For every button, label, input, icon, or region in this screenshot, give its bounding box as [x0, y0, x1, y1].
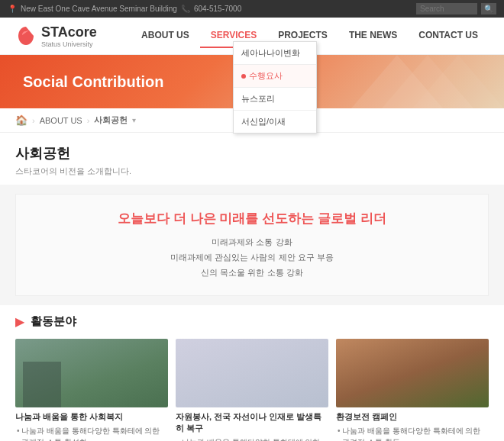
breadcrumb-current[interactable]: 사회공헌 — [94, 114, 128, 126]
highlight-title: 오늘보다 더 나은 미래를 선도하는 글로벌 리더 — [31, 210, 473, 227]
phone-icon: 📞 — [181, 5, 190, 13]
nav-contact-us[interactable]: CONTACT US — [408, 24, 489, 48]
dropdown-menu: 세아나나이변화 수행요사 뉴스포리 서신입/이새 — [233, 41, 317, 134]
card-0-bullet-0: 나눔과 배움을 통해다양한 특화테에 의한 — [17, 425, 168, 436]
nav-the-news[interactable]: THE NEWS — [338, 24, 408, 48]
logo-text-area: STAcore Status University — [41, 24, 97, 48]
page-title: 사회공헌 — [15, 144, 489, 163]
breadcrumb-sep-1: › — [32, 116, 35, 125]
highlight-line-0: 미래과제와 소통 강화 — [31, 235, 473, 250]
active-indicator — [241, 74, 246, 79]
card-2-bullets: 나눔과 배움을 통해다양한 특화테에 의한 관련적 소통 활동 — [336, 425, 489, 441]
logo-sub: Status University — [41, 40, 97, 48]
logo-icon — [15, 25, 37, 47]
highlight-line-1: 미래과제에 관심있는 사람의 제안 요구 부응 — [31, 250, 473, 266]
card-2-img-stadium — [336, 339, 489, 407]
search-input[interactable] — [416, 3, 477, 14]
card-0-bullets: 나눔과 배움을 통해다양한 특화테에 의한 관계적 소통 활성화 — [15, 425, 168, 441]
search-button[interactable]: 🔍 — [481, 3, 496, 14]
dropdown-item-0[interactable]: 세아나나이변화 — [234, 42, 316, 65]
highlight-box: 오늘보다 더 나은 미래를 선도하는 글로벌 리더 미래과제와 소통 강화 미래… — [15, 194, 489, 296]
card-0-img-building — [15, 339, 168, 407]
breadcrumb-sep-2: › — [87, 116, 90, 125]
card-0: 나눔과 배움을 통한 사회복지 나눔과 배움을 통해다양한 특화테에 의한 관계… — [15, 339, 168, 441]
card-2-label: 환경보전 캠페인 — [336, 411, 489, 423]
phone-text: 604-515-7000 — [194, 5, 241, 13]
hero-area: Social Contribution 세아나나이변화 수행요사 뉴스포리 서신… — [0, 55, 504, 108]
cards-row: 나눔과 배움을 통한 사회복지 나눔과 배움을 통해다양한 특화테에 의한 관계… — [0, 335, 504, 441]
card-2: 환경보전 캠페인 나눔과 배움을 통해다양한 특화테에 의한 관련적 소통 활동 — [336, 339, 489, 441]
location-icon: 📍 — [8, 5, 17, 13]
breadcrumb-dropdown-arrow[interactable]: ▾ — [132, 116, 136, 124]
activity-section-title: 활동분야 — [31, 314, 76, 329]
dropdown-item-3[interactable]: 서신입/이새 — [234, 111, 316, 133]
hero-decoration — [351, 55, 504, 108]
card-2-image — [336, 339, 489, 407]
activity-section-header: ▶ 활동분야 — [0, 305, 504, 335]
address-text: New East One Cave Avenue Seminar Buildin… — [21, 5, 177, 13]
dropdown-item-1[interactable]: 수행요사 — [234, 65, 316, 88]
card-1-bullet-0: 나눔과 배움을 통해다양한 특화테에 의한 — [177, 436, 328, 441]
highlight-line-2: 신의 목소울 위한 소통 강화 — [31, 266, 473, 281]
card-0-label: 나눔과 배움을 통한 사회복지 — [15, 411, 168, 423]
page-subtitle: 스타코어의 비전을 소개합니다. — [15, 166, 489, 177]
logo-name: STAcore — [41, 24, 97, 40]
logo-area: STAcore Status University — [15, 24, 97, 48]
highlight-list: 미래과제와 소통 강화 미래과제에 관심있는 사람의 제안 요구 부응 신의 목… — [31, 235, 473, 280]
card-1-img-bubbles — [176, 339, 328, 407]
card-2-bullet-0: 나눔과 배움을 통해다양한 특화테에 의한 — [338, 425, 489, 436]
top-bar-right[interactable]: 🔍 — [416, 3, 496, 14]
card-2-bullet-1: 관련적 소통 활동 — [338, 436, 489, 441]
activity-section-icon: ▶ — [15, 314, 24, 329]
top-bar-left: 📍 New East One Cave Avenue Seminar Build… — [8, 5, 241, 13]
nav-about-us[interactable]: ABOUT US — [131, 24, 200, 48]
card-1-label: 자원봉사, 전국 자선이나 인재로 발생특히 복구 — [176, 411, 328, 434]
card-1-image — [176, 339, 328, 407]
card-1: 자원봉사, 전국 자선이나 인재로 발생특히 복구 나눔과 배움을 통해다양한 … — [176, 339, 328, 441]
card-1-bullets: 나눔과 배움을 통해다양한 특화테에 의한 나눔과 소통 활성 — [176, 436, 328, 441]
page-section: 사회공헌 스타코어의 비전을 소개합니다. — [0, 133, 504, 185]
breadcrumb-home[interactable]: 🏠 — [15, 114, 27, 126]
breadcrumb-about-us[interactable]: ABOUT US — [40, 116, 82, 125]
card-0-image — [15, 339, 168, 407]
card-0-bullet-1: 관계적 소통 활성화 — [17, 436, 168, 441]
dropdown-item-2[interactable]: 뉴스포리 — [234, 88, 316, 111]
top-bar: 📍 New East One Cave Avenue Seminar Build… — [0, 0, 504, 18]
hero-title: Social Contribution — [23, 73, 163, 91]
